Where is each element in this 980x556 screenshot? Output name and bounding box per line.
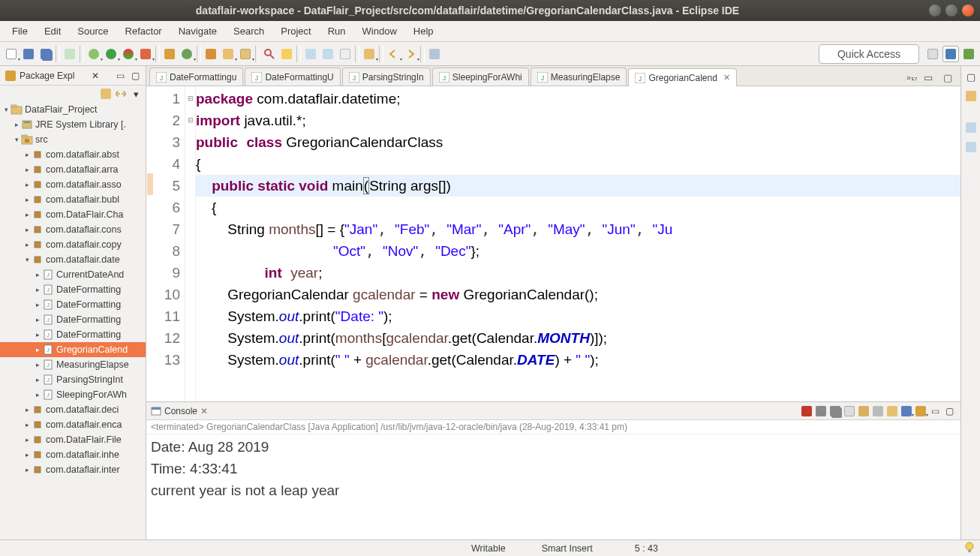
tree-file[interactable]: MeasuringElapse [56,357,129,372]
minimize-view-button[interactable]: ▭ [114,68,126,84]
window-close-button[interactable] [962,5,974,17]
menu-navigate[interactable]: Navigate [171,23,224,40]
last-edit-button[interactable] [337,46,353,62]
tree-jre[interactable]: JRE System Library [. [35,117,126,132]
minimize-editor-button[interactable]: ▭ [920,69,936,86]
editor-marker[interactable] [147,173,153,195]
window-minimize-button[interactable] [929,5,941,17]
tree-file[interactable]: ParsingStringInt [56,372,123,387]
open-task-button[interactable] [203,46,219,62]
outline-icon[interactable] [963,120,978,135]
run-button[interactable]: ▾ [103,46,119,62]
remove-all-button[interactable] [828,404,842,418]
package-tree[interactable]: ▾DataFlair_Project ▸JRE System Library [… [0,102,146,539]
coverage-button[interactable]: ▾ [120,46,137,62]
new-package-button[interactable] [161,46,178,62]
save-button[interactable] [20,46,37,62]
perspective-button[interactable] [426,46,443,62]
close-console-icon[interactable]: ✕ [200,406,208,416]
open-type-button[interactable] [62,46,78,62]
tree-package[interactable]: com.dataflair.copy [46,237,122,252]
forward-button[interactable]: ▾ [402,46,419,62]
clear-console-button[interactable] [843,404,856,418]
collapse-all-button[interactable] [99,87,113,101]
editor-tab-active[interactable]: JGregorianCalend✕ [628,68,736,86]
back-button[interactable]: ▾ [385,46,401,62]
code-editor[interactable]: 12345678910111213 ⊟⊟ package com.datafla… [146,86,960,401]
outline-view-button[interactable] [963,89,978,104]
window-maximize-button[interactable] [945,5,957,17]
scroll-lock-button[interactable] [857,404,870,418]
pin-console-button[interactable] [885,404,899,418]
menu-help[interactable]: Help [406,23,441,40]
menu-edit[interactable]: Edit [37,23,68,40]
annotation-prev-button[interactable] [302,46,319,62]
task-list-icon[interactable] [963,140,978,155]
tree-package[interactable]: com.dataflair.inhe [46,447,119,462]
tree-file[interactable]: DateFormatting [56,297,121,312]
menu-source[interactable]: Source [70,23,116,40]
tree-file[interactable]: SleepingForAWh [56,387,127,402]
console-output[interactable]: Date: Aug 28 2019Time: 4:33:41current ye… [146,434,960,539]
menu-search[interactable]: Search [226,23,272,40]
editor-tab[interactable]: JSleepingForAWhi [432,68,529,86]
new-class-button[interactable]: ▾ [179,46,195,62]
save-all-button[interactable] [38,46,54,62]
tree-file[interactable]: DateFormatting [56,312,121,327]
restore-button[interactable]: ▢ [963,69,978,84]
close-tab-icon[interactable]: ✕ [723,73,730,83]
tree-file[interactable]: CurrentDateAnd [56,267,124,282]
tree-file[interactable]: DateFormatting [56,327,121,342]
word-wrap-button[interactable] [871,404,885,418]
open-console-button[interactable]: ▾ [914,404,927,418]
tree-src[interactable]: src [35,132,48,147]
editor-tab[interactable]: JParsingStringIn [342,68,431,86]
quick-access-input[interactable]: Quick Access [819,44,919,64]
debug-perspective-button[interactable] [960,46,977,62]
new-source-button[interactable]: ▾ [237,46,254,62]
display-console-button[interactable]: ▾ [900,404,913,418]
terminate-button[interactable] [800,404,813,418]
tree-package[interactable]: com.dataflair.enca [46,417,122,432]
maximize-editor-button[interactable]: ▢ [939,69,956,86]
remove-launch-button[interactable] [814,404,828,418]
maximize-console-button[interactable]: ▢ [942,404,956,418]
debug-button[interactable]: ▾ [86,46,102,62]
menu-refactor[interactable]: Refactor [118,23,170,40]
close-icon[interactable]: ✕ [92,71,99,81]
ext-tools-button[interactable]: ▾ [137,46,154,62]
editor-tab[interactable]: JMeasuringElapse [531,68,627,86]
editor-tab[interactable]: JDateFormattingU [245,68,340,86]
tree-package[interactable]: com.dataflair.deci [46,402,119,417]
pin-button[interactable]: ▾ [361,46,377,62]
java-perspective-button[interactable] [942,46,959,62]
tree-package[interactable]: com.dataflair.cons [46,222,122,237]
tree-file-selected[interactable]: GregorianCalend [56,342,128,357]
new-folder-button[interactable]: ▾ [220,46,236,62]
minimize-console-button[interactable]: ▭ [928,404,942,418]
menu-window[interactable]: Window [355,23,404,40]
tab-overflow-button[interactable]: »₁₇ [906,73,917,83]
maximize-view-button[interactable]: ▢ [129,68,141,84]
tree-package[interactable]: com.dataflair.inter [46,462,120,477]
open-perspective-button[interactable] [924,46,941,62]
toggle-highlight-button[interactable] [278,46,295,62]
search-button[interactable] [261,46,278,62]
editor-tab[interactable]: JDateFormattingu [149,68,243,86]
tree-package[interactable]: com.DataFlair.Cha [46,207,124,222]
new-button[interactable]: ▾ [3,46,20,62]
menu-run[interactable]: Run [320,23,353,40]
tree-package[interactable]: com.dataflair.bubl [46,192,119,207]
menu-project[interactable]: Project [273,23,318,40]
link-editor-button[interactable] [114,87,128,101]
fold-gutter[interactable]: ⊟⊟ [185,86,196,401]
code-area[interactable]: package com.dataflair.datetime; import j… [196,86,960,401]
menu-file[interactable]: File [5,23,35,40]
tree-package[interactable]: com.dataflair.arra [46,162,119,177]
tip-icon[interactable] [963,541,975,555]
view-menu-button[interactable]: ▾ [129,87,143,101]
tree-package-open[interactable]: com.dataflair.date [46,252,120,267]
tree-package[interactable]: com.dataflair.abst [46,147,119,162]
tree-project[interactable]: DataFlair_Project [25,102,98,117]
tree-file[interactable]: DateFormatting [56,282,121,297]
